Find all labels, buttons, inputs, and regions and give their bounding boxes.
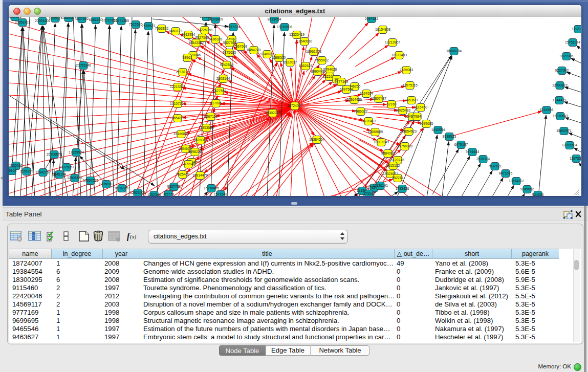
- svg-text:2087682: 2087682: [365, 17, 379, 20]
- svg-text:15302275: 15302275: [265, 111, 280, 115]
- svg-text:1615132: 1615132: [386, 164, 400, 167]
- svg-text:9115460: 9115460: [414, 105, 427, 109]
- svg-text:2935114: 2935114: [476, 157, 490, 161]
- svg-text:8322037: 8322037: [284, 60, 297, 64]
- svg-text:12923468: 12923468: [130, 191, 145, 194]
- svg-text:10653267: 10653267: [61, 17, 76, 19]
- svg-text:7986322: 7986322: [354, 110, 368, 113]
- svg-text:10107554: 10107554: [170, 102, 185, 105]
- svg-text:12213369: 12213369: [170, 85, 185, 89]
- svg-text:9242848: 9242848: [220, 63, 234, 67]
- svg-text:10688609: 10688609: [367, 130, 383, 134]
- svg-text:1167533: 1167533: [570, 157, 581, 160]
- svg-text:(x): (x): [130, 233, 137, 240]
- svg-text:1156829: 1156829: [20, 169, 33, 173]
- svg-text:3875685: 3875685: [223, 51, 236, 54]
- svg-text:1571648: 1571648: [214, 192, 228, 196]
- svg-text:8454749: 8454749: [247, 48, 261, 52]
- svg-text:9329906: 9329906: [560, 54, 574, 58]
- svg-text:10975867: 10975867: [59, 165, 74, 169]
- svg-text:1527602: 1527602: [75, 17, 89, 20]
- svg-text:12975115: 12975115: [402, 83, 418, 87]
- svg-text:10807487: 10807487: [371, 97, 386, 100]
- svg-text:16671385: 16671385: [114, 19, 129, 23]
- svg-text:12505135: 12505135: [67, 176, 82, 180]
- svg-text:16210643: 16210643: [553, 114, 568, 118]
- svg-text:10973493: 10973493: [391, 53, 407, 57]
- svg-text:9463627: 9463627: [405, 98, 419, 102]
- svg-text:173342: 173342: [363, 192, 375, 195]
- svg-text:20364436: 20364436: [346, 98, 362, 101]
- svg-text:252214: 252214: [392, 176, 404, 180]
- svg-text:8460123: 8460123: [169, 29, 183, 33]
- svg-text:23226058: 23226058: [197, 28, 212, 32]
- svg-text:1065527: 1065527: [49, 17, 62, 20]
- svg-text:12942757: 12942757: [35, 170, 51, 174]
- svg-text:1440954: 1440954: [431, 128, 445, 132]
- svg-text:15136141: 15136141: [373, 184, 388, 187]
- svg-text:9474444: 9474444: [466, 150, 480, 154]
- svg-text:10648784: 10648784: [446, 49, 462, 53]
- svg-text:10958107: 10958107: [99, 182, 114, 186]
- svg-text:1145194: 1145194: [53, 172, 66, 176]
- svg-text:2867608: 2867608: [234, 45, 248, 48]
- svg-text:1362615: 1362615: [299, 64, 313, 68]
- svg-text:2718176: 2718176: [176, 70, 190, 74]
- svg-text:7984: 7984: [413, 115, 421, 118]
- svg-text:39154: 39154: [9, 169, 17, 172]
- svg-text:9327505: 9327505: [223, 41, 237, 45]
- svg-text:817006: 817006: [210, 101, 222, 105]
- svg-text:13325419: 13325419: [289, 33, 304, 36]
- svg-text:6466160: 6466160: [89, 18, 103, 21]
- svg-text:20053346: 20053346: [76, 63, 91, 67]
- svg-text:10025433: 10025433: [395, 108, 410, 112]
- svg-text:15716485: 15716485: [204, 186, 219, 190]
- svg-text:7563822: 7563822: [155, 27, 169, 30]
- svg-text:8938923: 8938923: [443, 135, 456, 138]
- svg-text:19756928: 19756928: [397, 144, 412, 148]
- svg-text:20553721: 20553721: [15, 20, 30, 24]
- svg-text:924565: 924565: [532, 193, 544, 196]
- svg-text:16782759: 16782759: [114, 186, 129, 190]
- svg-text:20091406: 20091406: [35, 19, 50, 23]
- svg-text:2055372: 2055372: [9, 17, 21, 18]
- svg-text:19654905: 19654905: [170, 116, 185, 120]
- svg-text:1409948: 1409948: [182, 162, 195, 166]
- svg-text:20206576: 20206576: [47, 152, 62, 156]
- svg-text:19218506: 19218506: [277, 25, 292, 29]
- svg-text:16961758: 16961758: [306, 50, 321, 53]
- svg-text:18640910: 18640910: [297, 39, 312, 43]
- svg-text:6479197: 6479197: [454, 143, 468, 146]
- svg-text:9794028: 9794028: [323, 68, 337, 71]
- svg-text:1120746: 1120746: [391, 158, 404, 162]
- svg-text:12213967: 12213967: [385, 40, 400, 44]
- svg-text:12093872: 12093872: [552, 83, 568, 87]
- svg-text:17016504: 17016504: [562, 143, 577, 147]
- svg-text:7485063: 7485063: [400, 68, 413, 72]
- svg-text:16154808: 16154808: [375, 28, 390, 31]
- svg-text:7625402: 7625402: [176, 172, 190, 176]
- svg-text:10654112: 10654112: [509, 179, 524, 183]
- svg-text:1292346: 1292346: [147, 193, 161, 196]
- svg-text:9884067: 9884067: [381, 151, 395, 155]
- svg-text:9857791: 9857791: [167, 185, 181, 188]
- svg-text:98961: 98961: [183, 56, 192, 59]
- svg-text:9146821: 9146821: [260, 52, 274, 56]
- svg-text:9227342: 9227342: [555, 69, 569, 72]
- svg-text:7857224: 7857224: [227, 25, 241, 29]
- svg-text:985779: 985779: [163, 192, 175, 196]
- svg-text:16914479: 16914479: [192, 173, 208, 177]
- svg-text:16543382: 16543382: [188, 41, 204, 45]
- svg-text:9699695: 9699695: [420, 122, 433, 125]
- svg-text:15720407: 15720407: [361, 119, 376, 123]
- svg-text:8427552: 8427552: [213, 89, 227, 93]
- svg-text:15751074: 15751074: [565, 40, 580, 44]
- svg-text:8813054: 8813054: [268, 17, 281, 21]
- svg-text:18807249: 18807249: [374, 140, 389, 144]
- svg-text:8912954: 8912954: [182, 33, 195, 36]
- svg-text:1588520: 1588520: [272, 56, 286, 59]
- svg-text:18724007: 18724007: [287, 104, 302, 107]
- svg-text:16033809: 16033809: [208, 17, 223, 21]
- svg-text:3624554: 3624554: [360, 92, 374, 95]
- svg-text:9498222: 9498222: [188, 150, 202, 154]
